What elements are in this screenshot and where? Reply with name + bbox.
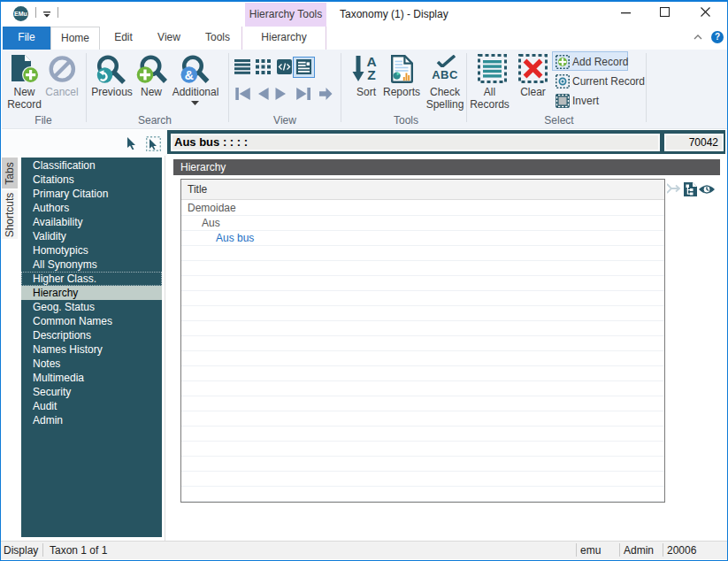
svg-text:&: & xyxy=(185,68,194,82)
svg-text:Z: Z xyxy=(367,67,376,82)
